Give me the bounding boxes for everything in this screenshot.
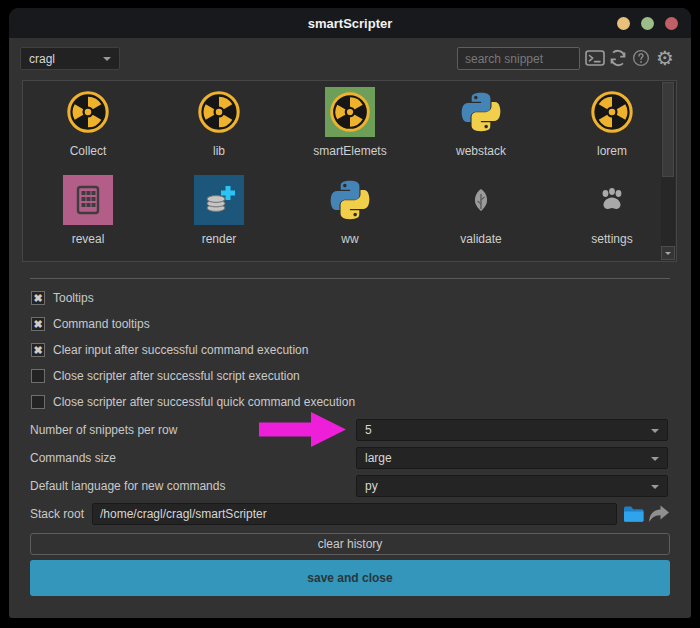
checkbox-row-command-tooltips[interactable]: ✖ Command tooltips xyxy=(31,317,150,331)
window-controls xyxy=(617,17,678,30)
contact-sheet-on-pink-icon xyxy=(63,175,113,225)
snippet-grid-scrollbar[interactable] xyxy=(661,82,675,260)
snippet-tile-render[interactable]: render xyxy=(154,175,284,259)
snippet-label: Collect xyxy=(70,144,107,158)
stack-root-label: Stack root xyxy=(30,503,84,525)
snippet-label: webstack xyxy=(456,144,506,158)
leaf-icon xyxy=(456,175,506,225)
paw-icon xyxy=(587,175,637,225)
stack-root-input[interactable] xyxy=(92,503,617,525)
checkbox-label: Tooltips xyxy=(53,291,94,305)
render-stack-on-blue-icon xyxy=(194,175,244,225)
terminal-icon[interactable] xyxy=(585,48,605,68)
share-arrow-icon[interactable] xyxy=(648,504,670,524)
snippet-tile-ww[interactable]: ww xyxy=(285,175,415,259)
snippet-tile-collect[interactable]: Collect xyxy=(23,87,153,171)
commands-size-value: large xyxy=(365,451,392,465)
titlebar: smartScripter xyxy=(9,8,691,38)
snippet-label: lorem xyxy=(597,144,627,158)
nuke-icon xyxy=(587,87,637,137)
commands-size-label: Commands size xyxy=(30,447,116,469)
separator xyxy=(30,278,670,279)
snippet-tile-reveal[interactable]: reveal xyxy=(23,175,153,259)
checkbox-row-close-after-quick-command[interactable]: Close scripter after successful quick co… xyxy=(31,395,355,409)
checkbox-row-tooltips[interactable]: ✖ Tooltips xyxy=(31,291,94,305)
snippet-label: validate xyxy=(460,232,501,246)
snippet-label: settings xyxy=(591,232,632,246)
snippet-tile-validate[interactable]: validate xyxy=(416,175,546,259)
help-icon[interactable] xyxy=(632,49,650,67)
default-language-value: py xyxy=(365,479,378,493)
minimize-button[interactable] xyxy=(617,17,630,30)
checkbox-label: Close scripter after successful quick co… xyxy=(53,395,355,409)
python-icon xyxy=(456,87,506,137)
nuke-icon xyxy=(63,87,113,137)
commands-size-dropdown[interactable]: large xyxy=(356,447,668,469)
checkbox[interactable]: ✖ xyxy=(31,317,45,331)
scrollbar-down-button[interactable] xyxy=(661,246,675,260)
default-language-dropdown[interactable]: py xyxy=(356,475,668,497)
app-window: smartScripter cragl xyxy=(9,8,691,618)
gear-icon[interactable]: ⚙ xyxy=(654,47,676,69)
nuke-on-green-icon xyxy=(325,87,375,137)
python-icon xyxy=(325,175,375,225)
maximize-button[interactable] xyxy=(641,17,654,30)
snippet-label: ww xyxy=(341,232,358,246)
checkbox-label: Clear input after successful command exe… xyxy=(53,343,308,357)
profile-dropdown-value: cragl xyxy=(29,52,55,66)
checkbox[interactable]: ✖ xyxy=(31,343,45,357)
default-language-label: Default language for new commands xyxy=(30,475,225,497)
nuke-icon xyxy=(194,87,244,137)
snippet-label: reveal xyxy=(72,232,105,246)
window-title: smartScripter xyxy=(308,16,393,31)
folder-icon[interactable] xyxy=(622,504,645,524)
save-and-close-label: save and close xyxy=(307,571,392,585)
checkbox-label: Close scripter after successful script e… xyxy=(53,369,300,383)
snippet-label: render xyxy=(202,232,237,246)
checkbox[interactable]: ✖ xyxy=(31,291,45,305)
snippet-tile-lib[interactable]: lib xyxy=(154,87,284,171)
snippet-tile-settings[interactable]: settings xyxy=(547,175,677,259)
checkbox-row-close-after-script[interactable]: Close scripter after successful script e… xyxy=(31,369,300,383)
checkbox[interactable] xyxy=(31,369,45,383)
save-and-close-button[interactable]: save and close xyxy=(30,560,670,596)
snippet-tile-smartelemets[interactable]: smartElemets xyxy=(285,87,415,171)
snippet-label: smartElemets xyxy=(313,144,386,158)
snippets-per-row-value: 5 xyxy=(365,423,372,437)
scrollbar-thumb[interactable] xyxy=(662,82,674,177)
close-button[interactable] xyxy=(665,17,678,30)
snippets-per-row-label: Number of snippets per row xyxy=(30,419,177,441)
checkbox[interactable] xyxy=(31,395,45,409)
snippets-per-row-dropdown[interactable]: 5 xyxy=(356,419,668,441)
profile-dropdown[interactable]: cragl xyxy=(20,47,120,70)
snippet-label: lib xyxy=(213,144,225,158)
checkbox-row-clear-input[interactable]: ✖ Clear input after successful command e… xyxy=(31,343,308,357)
refresh-icon[interactable] xyxy=(608,48,628,68)
snippet-tile-webstack[interactable]: webstack xyxy=(416,87,546,171)
search-input[interactable] xyxy=(457,47,580,70)
clear-history-label: clear history xyxy=(318,537,383,551)
snippet-tile-lorem[interactable]: lorem xyxy=(547,87,677,171)
snippet-grid-panel: Collect lib xyxy=(22,80,677,262)
magenta-callout-arrow-icon xyxy=(259,411,347,448)
clear-history-button[interactable]: clear history xyxy=(30,533,670,555)
checkbox-label: Command tooltips xyxy=(53,317,150,331)
